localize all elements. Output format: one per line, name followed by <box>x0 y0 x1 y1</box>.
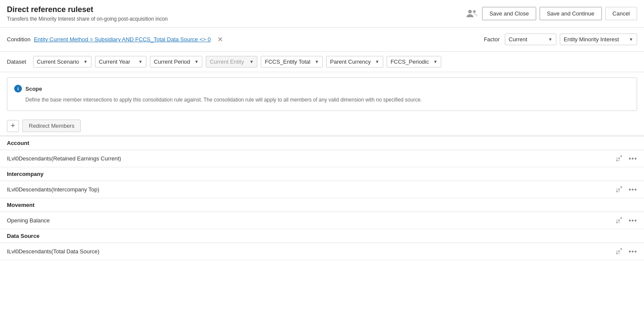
row-actions: ••• <box>510 216 637 225</box>
more-options-icon[interactable]: ••• <box>629 248 637 256</box>
svg-rect-19 <box>616 252 618 254</box>
more-options-icon[interactable]: ••• <box>629 155 637 163</box>
page-subtitle: Transfers the Minority Interest share of… <box>7 16 168 22</box>
dataset-currency-arrow: ▼ <box>375 59 379 64</box>
dataset-entity-total-arrow: ▼ <box>314 59 319 64</box>
row-value: ILvl0Descendants(Total Data Source) <box>0 243 503 260</box>
svg-rect-8 <box>618 160 620 161</box>
redirect-members-tab[interactable]: Redirect Members <box>22 120 81 132</box>
dataset-entity-total-value: FCCS_Entity Total <box>265 59 310 65</box>
header-right: + Save and Close Save and Continue Cance… <box>465 7 637 21</box>
svg-rect-22 <box>616 250 618 252</box>
page-title: Direct reference ruleset <box>7 5 168 14</box>
save-continue-button[interactable]: Save and Continue <box>540 7 602 20</box>
dataset-row: Dataset Current Scenario ▼ Current Year … <box>0 52 644 72</box>
factor-minority-value: Entity Minority Interest <box>564 36 619 43</box>
row-value: ILvl0Descendants(Intercompany Top) <box>0 181 503 198</box>
svg-rect-23 <box>618 252 620 254</box>
dataset-currency-value: Parent Currency <box>330 59 371 65</box>
factor-minority-arrow: ▼ <box>629 37 633 42</box>
svg-rect-18 <box>618 222 620 223</box>
edit-icon[interactable] <box>615 216 623 225</box>
header-left: Direct reference ruleset Transfers the M… <box>7 5 168 22</box>
header: Direct reference ruleset Transfers the M… <box>0 0 644 28</box>
dataset-year-value: Current Year <box>99 59 130 65</box>
factor-current-select[interactable]: Current ▼ <box>505 34 556 45</box>
factor-label: Factor <box>484 36 500 43</box>
dataset-currency-select[interactable]: Parent Currency ▼ <box>326 56 383 68</box>
add-button[interactable]: + <box>7 120 19 132</box>
table-section-header: Account <box>0 136 644 150</box>
svg-rect-12 <box>616 188 618 190</box>
dataset-year-select[interactable]: Current Year ▼ <box>95 56 147 68</box>
table-section-header: Movement <box>0 198 644 212</box>
factor-section: Factor Current ▼ Entity Minority Interes… <box>484 34 637 45</box>
svg-rect-21 <box>620 248 622 250</box>
row-actions-cell: ••• <box>503 181 644 198</box>
dataset-entity-value: Current Entity <box>210 59 244 65</box>
condition-value[interactable]: Entity Current Method = Subsidiary AND F… <box>34 36 211 43</box>
edit-icon[interactable] <box>615 246 623 256</box>
condition-row: Condition Entity Current Method = Subsid… <box>0 28 644 52</box>
dataset-periodic-value: FCCS_Periodic <box>391 59 429 65</box>
table-row: ILvl0Descendants(Retained Earnings Curre… <box>0 150 644 167</box>
more-options-icon[interactable]: ••• <box>629 217 637 225</box>
more-options-icon[interactable]: ••• <box>629 186 637 194</box>
scope-description: Define the base member intersections to … <box>25 96 630 104</box>
edit-icon[interactable] <box>615 154 623 163</box>
scope-info-icon: i <box>14 85 22 92</box>
svg-rect-14 <box>616 222 618 223</box>
row-actions-cell: ••• <box>503 212 644 229</box>
dataset-scenario-value: Current Scenario <box>37 59 79 65</box>
svg-rect-7 <box>616 157 618 159</box>
scope-title: Scope <box>25 86 42 92</box>
cancel-button[interactable]: Cancel <box>605 7 637 20</box>
factor-current-arrow: ▼ <box>548 37 552 42</box>
svg-rect-10 <box>618 188 620 190</box>
condition-label: Condition <box>7 36 31 43</box>
row-value: Opening Balance <box>0 212 503 229</box>
table-row: Opening Balance ••• <box>0 212 644 229</box>
dataset-entity-select[interactable]: Current Entity ▼ <box>206 56 257 68</box>
dataset-periodic-select[interactable]: FCCS_Periodic ▼ <box>387 56 442 68</box>
svg-text:+: + <box>473 10 476 14</box>
save-close-button[interactable]: Save and Close <box>482 7 536 20</box>
dataset-year-arrow: ▼ <box>138 59 143 64</box>
table-row: ILvl0Descendants(Intercompany Top) ••• <box>0 181 644 198</box>
factor-current-value: Current <box>509 36 527 43</box>
edit-icon[interactable] <box>615 185 623 194</box>
svg-rect-9 <box>616 191 618 192</box>
row-actions-cell: ••• <box>503 243 644 260</box>
svg-rect-16 <box>620 217 622 219</box>
dataset-entity-total-select[interactable]: FCCS_Entity Total ▼ <box>261 56 323 68</box>
table-row: ILvl0Descendants(Total Data Source) ••• <box>0 243 644 260</box>
dataset-scenario-select[interactable]: Current Scenario ▼ <box>33 56 92 68</box>
svg-rect-5 <box>618 157 620 159</box>
tabs-row: + Redirect Members <box>0 116 644 136</box>
data-table: AccountILvl0Descendants(Retained Earning… <box>0 136 644 260</box>
users-icon: + <box>465 7 479 21</box>
svg-rect-20 <box>618 250 620 252</box>
page-container: Direct reference ruleset Transfers the M… <box>0 0 644 311</box>
svg-point-0 <box>468 10 472 13</box>
row-value: ILvl0Descendants(Retained Earnings Curre… <box>0 150 503 167</box>
svg-rect-15 <box>618 219 620 221</box>
scope-header: i Scope <box>14 85 630 92</box>
condition-close-icon[interactable]: ✕ <box>217 35 223 43</box>
dataset-period-arrow: ▼ <box>195 59 199 64</box>
dataset-period-select[interactable]: Current Period ▼ <box>150 56 202 68</box>
factor-minority-select[interactable]: Entity Minority Interest ▼ <box>560 34 637 45</box>
row-actions: ••• <box>510 154 637 163</box>
svg-rect-11 <box>620 186 622 188</box>
dataset-entity-arrow: ▼ <box>250 59 254 64</box>
dataset-periodic-arrow: ▼ <box>433 59 437 64</box>
table-section-header: Intercompany <box>0 167 644 181</box>
row-actions: ••• <box>510 185 637 194</box>
dataset-period-value: Current Period <box>154 59 190 65</box>
table-section-header: Data Source <box>0 229 644 243</box>
dataset-scenario-arrow: ▼ <box>83 59 88 64</box>
svg-rect-4 <box>616 160 618 161</box>
row-actions-cell: ••• <box>503 150 644 167</box>
dataset-label: Dataset <box>7 59 26 65</box>
svg-rect-17 <box>616 219 618 221</box>
